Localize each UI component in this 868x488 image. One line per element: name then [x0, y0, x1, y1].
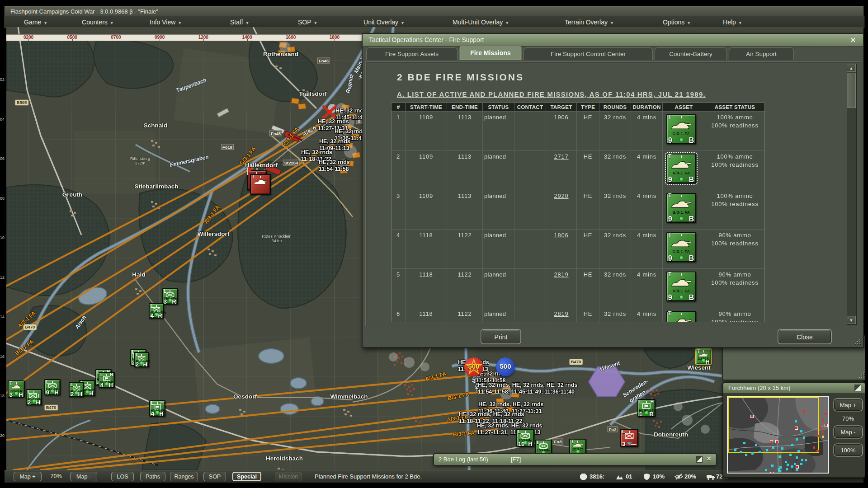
minimap-zoom-out-button[interactable]: Map - — [834, 426, 862, 438]
unit-counter-1-a-2-6me[interactable]: L1/A/2-6Me9H — [44, 379, 61, 395]
target-link[interactable]: 2819 — [554, 271, 568, 278]
readiness-dot — [86, 390, 89, 394]
unit-counter-a-3-1-fa[interactable]: TA/3-1 FA9B — [666, 154, 696, 183]
menu-counters[interactable]: Counters▼ — [82, 16, 114, 28]
target-link[interactable]: 2920 — [554, 192, 568, 199]
cell-target[interactable]: 2920 — [546, 190, 577, 229]
unit-counter[interactable]: T — [250, 174, 271, 195]
unit-counter-ad-c-2-6m[interactable]: LAD/C/2-6M2H — [134, 352, 149, 367]
minimap-zoom-value: 70% — [834, 415, 862, 422]
tab-fire-support-assets[interactable]: Fire Support Assets — [366, 47, 458, 60]
cell-rounds: 32 rnds — [599, 150, 631, 190]
unit-counter-1-b-2-6me[interactable]: L1/B/2-6Me3R — [162, 288, 178, 305]
log-hotkey: [F7] — [511, 454, 521, 465]
unit-counter-3d-2-6me[interactable]: L3D/2-6Me10H — [516, 429, 534, 447]
unit-counter-hq-rc-2-70[interactable]: LHHQ RC/2-701R — [637, 399, 656, 417]
toolbar-map--button[interactable]: Map - — [70, 472, 97, 481]
friendly-unit-dot — [755, 444, 757, 446]
column-header-end-time: END-TIME — [447, 103, 483, 111]
unit-counter-hq-2-6me[interactable]: LHHQ 2-6Me4H — [99, 372, 115, 388]
unit-counter-c-3-1-fa[interactable]: TC/3-1 FA9B — [666, 114, 696, 144]
cell-target[interactable]: 1806 — [546, 229, 577, 268]
counter-posture: R — [172, 298, 176, 305]
dialog-titlebar[interactable]: Tactical Operations Center - Fire Suppor… — [363, 34, 863, 47]
minimap-titlebar[interactable]: Forchheim (20 x 15 km) — [723, 383, 865, 393]
menu-help[interactable]: Help▼ — [723, 16, 742, 28]
scroll-down-icon[interactable]: ▼ — [847, 316, 856, 324]
unit-counter-2-2-70-a[interactable]: T2/2-70 AH — [695, 348, 712, 365]
target-link[interactable]: 2819 — [554, 310, 568, 317]
unit-counter-ad-b-2-6me[interactable]: LAD/B/2-6Me4R — [149, 303, 164, 319]
cell-target[interactable]: 2819 — [546, 308, 577, 322]
toolbar-special-button[interactable]: Special — [232, 472, 261, 481]
counter-strength: 3 — [9, 391, 13, 398]
cell-asset-status: 90% ammo100% readiness — [705, 268, 765, 308]
readiness-dot — [645, 411, 648, 414]
menu-sop[interactable]: SOP▼ — [298, 16, 318, 28]
column-header-type: TYPE — [577, 103, 599, 111]
unit-counter-ad-a-2-6m[interactable]: LAD/A/2-6M2H — [26, 389, 42, 405]
unit-counter[interactable]: L3— — [620, 429, 638, 447]
cell-target[interactable]: 2819 — [546, 268, 577, 308]
menu-options[interactable]: Options▼ — [663, 16, 691, 28]
target-link[interactable]: 1906 — [554, 114, 568, 121]
toolbar-sop-button[interactable]: SOP — [203, 472, 226, 481]
cell-start-time: 1109 — [406, 111, 447, 150]
tab-fire-support-control-center[interactable]: Fire Support Control Center — [524, 47, 653, 60]
print-button[interactable]: Print — [481, 330, 520, 343]
dialog-resize-grip[interactable] — [855, 339, 860, 344]
target-link[interactable]: 1806 — [554, 232, 568, 239]
menu-staff[interactable]: Staff▼ — [230, 16, 249, 28]
unit-counter-ad-2-6me[interactable]: LAD/2-6Me2H — [69, 382, 84, 397]
unit-counter-c-3-1-fa[interactable]: TC/3-1 FA9B — [666, 232, 696, 262]
toolbar-ranges-button[interactable]: Ranges — [170, 472, 198, 481]
tab-air-support[interactable]: Air Support — [729, 47, 794, 60]
scrollbar-thumb[interactable] — [847, 73, 856, 108]
close-button[interactable]: Close — [778, 330, 831, 343]
readiness-dot — [51, 389, 54, 393]
tab-fire-missions[interactable]: Fire Missions — [459, 45, 522, 60]
menu-unit-overlay[interactable]: Unit Overlay▼ — [363, 16, 405, 28]
restore-icon[interactable] — [696, 456, 703, 463]
toolbar-map--button[interactable]: Map + — [14, 472, 42, 481]
toolbar-status-text: Planned Fire Support Missions for 2 Bde. — [315, 470, 422, 483]
counter-name: C/3-1 FA — [668, 249, 694, 253]
minimap-viewport[interactable] — [728, 397, 819, 453]
unit-counter-d-2-70-a[interactable]: TD/2-70 A3H — [8, 380, 25, 398]
unit-counter-hq-a-2-6m[interactable]: LHHQ A/2-6M4H — [149, 400, 165, 417]
cell-rounds: 32 rnds — [599, 268, 631, 308]
minimap-restore-icon[interactable] — [854, 385, 861, 391]
menu-game[interactable]: Game▼ — [24, 16, 47, 28]
minimap-title: Forchheim (20 x 15 km) — [728, 385, 790, 391]
menu-info-view[interactable]: Info View▼ — [150, 16, 182, 28]
counter-posture: B — [689, 136, 694, 145]
unit-counter-a-3-1-fa[interactable]: TA/3-1 FA9B — [666, 272, 696, 301]
unit-counter-b-3-1-fa[interactable]: TB/3-1 FA9B — [666, 193, 696, 223]
minimap-image[interactable] — [727, 396, 829, 474]
menu-terrain-overlay[interactable]: Terrain Overlay▼ — [565, 16, 614, 28]
tab-counter-battery[interactable]: Counter-Battery — [655, 47, 727, 60]
toolbar-los-button[interactable]: LOS — [111, 472, 134, 481]
counter-posture: B — [689, 176, 694, 184]
readiness-dot — [15, 392, 18, 395]
cell-target[interactable]: 2717 — [546, 150, 577, 190]
panel-resize-grip[interactable] — [859, 372, 864, 378]
dialog-close-icon[interactable]: ✕ — [849, 36, 858, 45]
menu-multi-unit-overlay[interactable]: Multi-Unit Overlay▼ — [453, 16, 509, 28]
status-value-mountains: 01 — [626, 470, 632, 483]
cell-asset: TA/3-1 FA9B — [663, 150, 705, 190]
minimap-zoom-in-button[interactable]: Map + — [834, 399, 862, 411]
log-close-icon[interactable]: ✕ — [706, 455, 712, 462]
asset-readiness: 100% readiness — [705, 279, 764, 286]
counter-tick — [681, 313, 682, 315]
chevron-down-icon: ▼ — [43, 21, 47, 25]
spotted-unit-dot — [775, 440, 778, 443]
toolbar-paths-button[interactable]: Paths — [140, 472, 165, 481]
minimap-zoom-100-button[interactable]: 100% — [834, 444, 862, 456]
target-link[interactable]: 2717 — [554, 153, 568, 160]
cell-target[interactable]: 1906 — [546, 111, 577, 150]
scroll-up-icon[interactable]: ▲ — [847, 64, 856, 72]
bde-log-bar[interactable]: 2 Bde Log (last 50) [F7] ✕ — [433, 453, 717, 466]
spotted-unit-dot — [825, 424, 828, 427]
unit-counter-b-3-1-fa[interactable]: TB/3-1 FA9B — [666, 311, 696, 322]
